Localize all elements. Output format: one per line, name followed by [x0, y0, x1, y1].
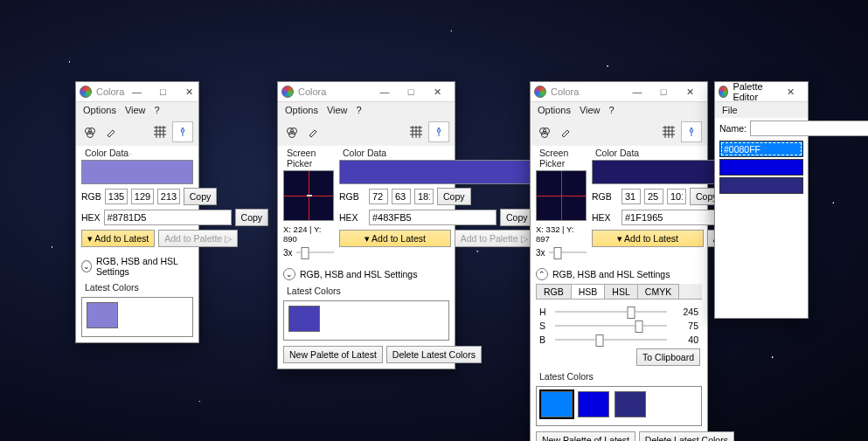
toolbar [76, 118, 198, 146]
minimize-button[interactable]: — [372, 84, 397, 100]
hex-input[interactable] [369, 210, 496, 225]
grid-icon[interactable] [151, 123, 169, 141]
color-swatch [81, 160, 193, 184]
add-to-latest-button[interactable]: ▾ Add to Latest [339, 230, 451, 247]
grid-icon[interactable] [660, 123, 677, 141]
pin-icon[interactable] [428, 121, 449, 142]
menubar: Options View ? [278, 102, 455, 118]
close-button[interactable]: ✕ [778, 84, 802, 100]
add-to-palette-button[interactable]: Add to Palette ▷ [158, 230, 238, 247]
latest-swatch[interactable] [288, 306, 320, 332]
latest-swatch[interactable] [87, 302, 118, 328]
maximize-button[interactable]: □ [651, 84, 676, 100]
colora-window-3: Colora — □ ✕ Options View ? Screen Picke… [530, 81, 708, 441]
maximize-button[interactable]: □ [150, 84, 175, 100]
pin-icon[interactable] [172, 121, 193, 142]
rgb-b-input[interactable] [667, 189, 686, 204]
hex-label: HEX [592, 212, 618, 223]
minimize-button[interactable]: — [625, 84, 649, 100]
hex-input[interactable] [104, 210, 232, 225]
app-icon [80, 86, 92, 98]
chevron-down-icon[interactable]: ⌄ [283, 268, 295, 280]
rgb-b-input[interactable] [157, 189, 180, 204]
delete-latest-button[interactable]: Delete Latest Colors [639, 431, 734, 441]
svg-point-8 [542, 132, 548, 138]
screen-picker-zoom[interactable] [283, 170, 334, 221]
minimize-button[interactable]: — [124, 84, 149, 100]
latest-swatch[interactable] [541, 391, 573, 417]
menu-options[interactable]: Options [538, 105, 571, 115]
picker-icon[interactable] [283, 123, 301, 141]
settings-row-label: RGB, HSB and HSL Settings [552, 269, 670, 279]
menu-file[interactable]: File [722, 105, 738, 115]
copy-hex-button[interactable]: Copy [500, 209, 534, 226]
to-clipboard-button[interactable]: To Clipboard [636, 348, 700, 366]
tab-cmyk[interactable]: CMYK [637, 284, 679, 299]
palette-item[interactable] [719, 177, 803, 194]
menu-help[interactable]: ? [357, 105, 362, 115]
menubar: Options View ? [531, 102, 707, 118]
close-button[interactable]: ✕ [677, 84, 702, 100]
add-to-palette-button[interactable]: Add to Palette ▷ [455, 230, 534, 247]
titlebar[interactable]: Colora — □ ✕ [278, 82, 455, 102]
menu-options[interactable]: Options [285, 105, 318, 115]
chevron-up-icon[interactable]: ⌃ [536, 268, 548, 280]
maximize-button[interactable]: □ [399, 84, 423, 100]
eyedropper-icon[interactable] [102, 123, 120, 141]
menu-help[interactable]: ? [609, 105, 615, 115]
latest-colors-label: Latest Colors [278, 284, 455, 298]
close-button[interactable]: ✕ [425, 84, 449, 100]
rgb-r-input[interactable] [621, 189, 641, 204]
tab-rgb[interactable]: RGB [536, 284, 572, 299]
delete-latest-button[interactable]: Delete Latest Colors [386, 346, 482, 363]
rgb-r-input[interactable] [105, 189, 128, 204]
eyedropper-icon[interactable] [557, 123, 574, 141]
palette-item[interactable]: #0080FF [719, 141, 803, 157]
menu-view[interactable]: View [327, 105, 348, 115]
pin-icon[interactable] [681, 121, 702, 142]
menu-options[interactable]: Options [83, 105, 116, 115]
eyedropper-icon[interactable] [304, 123, 322, 141]
latest-swatch[interactable] [615, 391, 646, 417]
copy-hex-button[interactable]: Copy [235, 209, 269, 226]
add-to-latest-button[interactable]: ▾ Add to Latest [81, 230, 155, 247]
rgb-b-input[interactable] [414, 189, 434, 204]
latest-swatch[interactable] [578, 391, 609, 417]
chevron-down-icon[interactable]: ⌄ [81, 260, 92, 272]
slider-s[interactable]: S 75 [531, 319, 707, 333]
settings-row-label: RGB, HSB and HSL Settings [300, 269, 417, 279]
grid-icon[interactable] [407, 123, 425, 141]
new-palette-button[interactable]: New Palette of Latest [536, 431, 635, 441]
colora-window-1: Colora — □ ✕ Options View ? Color Data R… [75, 81, 199, 343]
palette-name-input[interactable] [750, 121, 868, 136]
titlebar[interactable]: Palette Editor ✕ [715, 82, 808, 102]
titlebar[interactable]: Colora — □ ✕ [531, 82, 707, 102]
hex-label: HEX [339, 212, 365, 223]
slider-b[interactable]: B 40 [531, 333, 707, 347]
zoom-slider[interactable] [549, 245, 587, 259]
screen-picker-zoom[interactable] [536, 170, 587, 221]
new-palette-button[interactable]: New Palette of Latest [283, 346, 383, 363]
palette-item[interactable] [719, 159, 803, 176]
picker-icon[interactable] [81, 123, 99, 141]
menu-view[interactable]: View [580, 105, 601, 115]
add-to-latest-button[interactable]: ▾ Add to Latest [592, 230, 704, 247]
menu-help[interactable]: ? [155, 105, 160, 115]
zoom-slider[interactable] [296, 245, 334, 259]
slider-h[interactable]: H 245 [531, 305, 707, 319]
rgb-g-input[interactable] [131, 189, 154, 204]
titlebar[interactable]: Colora — □ ✕ [76, 82, 198, 102]
rgb-g-input[interactable] [644, 189, 663, 204]
tab-hsb[interactable]: HSB [571, 284, 606, 299]
toolbar [531, 118, 707, 146]
copy-rgb-button[interactable]: Copy [184, 188, 218, 205]
picker-icon[interactable] [536, 123, 553, 141]
copy-rgb-button[interactable]: Copy [437, 188, 471, 205]
latest-colors-area [536, 386, 702, 426]
menu-view[interactable]: View [125, 105, 146, 115]
svg-point-2 [87, 132, 94, 138]
close-button[interactable]: ✕ [177, 84, 201, 100]
rgb-r-input[interactable] [369, 189, 388, 204]
rgb-g-input[interactable] [392, 189, 411, 204]
tab-hsl[interactable]: HSL [604, 284, 637, 299]
